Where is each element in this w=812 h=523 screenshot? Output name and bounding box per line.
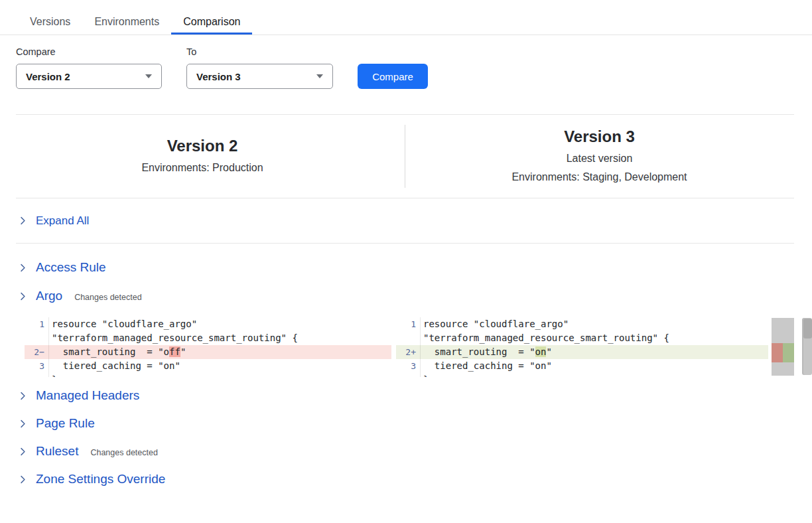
left-version-title: Version 2 xyxy=(167,136,238,156)
code-line: 3 tiered_caching = "on" xyxy=(25,359,391,373)
compare-button[interactable]: Compare xyxy=(358,64,428,89)
chevron-right-icon xyxy=(19,292,27,301)
section-label: Access Rule xyxy=(36,260,106,275)
line-number: 1 xyxy=(396,317,421,331)
section-ruleset[interactable]: Ruleset Changes detected xyxy=(0,444,812,459)
diff-panel-right: 1resource "cloudflare_argo""terraform_ma… xyxy=(396,317,768,377)
tab-environments[interactable]: Environments xyxy=(82,9,171,35)
chevron-down-icon xyxy=(316,74,323,78)
section-label: Managed Headers xyxy=(36,388,139,403)
code-text: } xyxy=(421,373,429,377)
section-page-rule[interactable]: Page Rule xyxy=(0,416,812,431)
to-label: To xyxy=(186,46,196,57)
added-marker xyxy=(783,343,794,362)
version-header: Version 2 Environments: Production Versi… xyxy=(0,115,812,198)
compare-from-select[interactable]: Version 2 xyxy=(16,64,162,89)
section-access-rule[interactable]: Access Rule xyxy=(0,260,812,275)
line-number xyxy=(396,331,421,345)
code-text: "terraform_managed_resource_smart_routin… xyxy=(49,331,298,345)
code-line: 2− smart_routing = "off" xyxy=(25,345,391,359)
code-line: "terraform_managed_resource_smart_routin… xyxy=(396,331,768,345)
vertical-divider xyxy=(405,125,405,188)
code-line: } xyxy=(25,373,391,377)
expand-all-button[interactable]: Expand All xyxy=(0,198,812,243)
code-text: tiered_caching = "on" xyxy=(421,359,552,373)
chevron-right-icon xyxy=(19,216,27,225)
code-text: smart_routing = "off" xyxy=(49,345,186,359)
code-line: 2+ smart_routing = "on" xyxy=(396,345,768,359)
code-line: 3 tiered_caching = "on" xyxy=(396,359,768,373)
right-version-environments: Environments: Staging, Development xyxy=(511,168,687,187)
right-version-latest-label: Latest version xyxy=(567,149,633,168)
chevron-right-icon xyxy=(19,419,27,428)
right-version-title: Version 3 xyxy=(564,127,635,147)
diff-panel-left: 1resource "cloudflare_argo""terraform_ma… xyxy=(25,317,391,377)
section-managed-headers[interactable]: Managed Headers xyxy=(0,388,812,403)
code-text: smart_routing = "on" xyxy=(421,345,552,359)
code-line: } xyxy=(396,373,768,377)
tab-comparison[interactable]: Comparison xyxy=(171,9,252,35)
line-number xyxy=(25,331,49,345)
line-number: 1 xyxy=(25,317,49,331)
left-version-environments: Environments: Production xyxy=(141,159,263,177)
section-argo[interactable]: Argo Changes detected xyxy=(0,289,812,303)
line-number xyxy=(25,373,49,377)
chevron-right-icon xyxy=(19,392,27,400)
section-label: Zone Settings Override xyxy=(36,472,165,486)
tab-bar: Versions Environments Comparison xyxy=(0,0,812,35)
code-text: resource "cloudflare_argo" xyxy=(421,317,569,331)
code-line: 1resource "cloudflare_argo" xyxy=(25,317,391,331)
line-number: 2− xyxy=(25,345,49,359)
line-number: 3 xyxy=(396,359,421,373)
compare-to-select[interactable]: Version 3 xyxy=(186,64,333,89)
code-line: 1resource "cloudflare_argo" xyxy=(396,317,768,331)
diff-view-argo: 1resource "cloudflare_argo""terraform_ma… xyxy=(0,317,812,377)
version-header-left: Version 2 Environments: Production xyxy=(0,115,405,198)
section-label: Ruleset xyxy=(36,444,78,459)
comparison-page: Versions Environments Comparison Compare… xyxy=(0,0,812,523)
removed-marker xyxy=(772,343,783,362)
compare-to-value: Version 3 xyxy=(196,71,241,82)
changes-detected-badge: Changes detected xyxy=(74,291,141,302)
section-label: Argo xyxy=(36,289,62,303)
version-header-right: Version 3 Latest version Environments: S… xyxy=(405,115,794,198)
expand-all-label: Expand All xyxy=(36,214,89,228)
line-number: 3 xyxy=(25,359,49,373)
divider xyxy=(16,243,794,244)
section-zone-settings-override[interactable]: Zone Settings Override xyxy=(0,472,812,486)
line-number: 2+ xyxy=(396,345,421,359)
right-panel-scrollbar[interactable] xyxy=(803,318,812,375)
chevron-down-icon xyxy=(145,74,152,78)
chevron-right-icon xyxy=(19,263,27,272)
compare-controls: Compare To Version 2 Version 3 Compare xyxy=(0,35,812,114)
scrollbar-thumb[interactable] xyxy=(803,319,812,338)
code-text: resource "cloudflare_argo" xyxy=(49,317,197,331)
code-text: } xyxy=(49,373,57,377)
section-label: Page Rule xyxy=(36,416,95,431)
compare-label: Compare xyxy=(16,46,56,57)
compare-from-value: Version 2 xyxy=(26,71,70,82)
code-line: "terraform_managed_resource_smart_routin… xyxy=(25,331,391,345)
chevron-right-icon xyxy=(19,447,27,456)
changes-detected-badge: Changes detected xyxy=(90,446,157,457)
code-text: tiered_caching = "on" xyxy=(49,359,180,373)
line-number xyxy=(396,373,421,377)
diff-overview-ruler xyxy=(772,318,794,376)
chevron-right-icon xyxy=(19,475,27,484)
code-text: "terraform_managed_resource_smart_routin… xyxy=(421,331,669,345)
tab-versions[interactable]: Versions xyxy=(18,9,82,35)
